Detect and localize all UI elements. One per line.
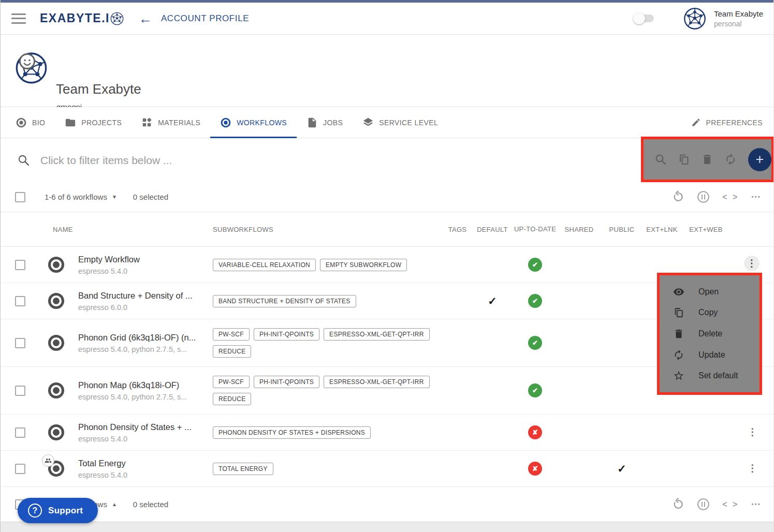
col-ext-lnk: EXT+LNK: [642, 226, 681, 233]
app-header: EXABYTE.I ← ACCOUNT PROFILE Team Exabyte…: [1, 3, 774, 35]
tab-jobs[interactable]: JOBS: [297, 107, 353, 138]
pause-icon[interactable]: [697, 190, 710, 203]
eye-icon: [673, 286, 684, 298]
tab-label: MATERIALS: [158, 119, 200, 127]
tab-materials[interactable]: MATERIALS: [132, 107, 210, 138]
col-up-to-date: UP-TO-DATE: [514, 225, 556, 233]
account-type: personal: [714, 20, 763, 28]
workflow-ring-icon: [48, 382, 64, 398]
selected-count-label: 0 selected: [133, 193, 168, 201]
account-text: Team Exabyte personal: [714, 9, 763, 28]
workflow-ring-icon: [48, 424, 64, 440]
tab-bio[interactable]: BIO: [6, 107, 55, 138]
row-checkbox[interactable]: [15, 386, 25, 396]
exabyte-logo[interactable]: EXABYTE.I: [40, 11, 124, 25]
search-icon[interactable]: [654, 153, 667, 166]
not-up-to-date-badge: ✘: [528, 425, 542, 439]
row-checkbox[interactable]: [15, 260, 25, 270]
file-icon: [306, 117, 318, 128]
copy-icon[interactable]: [678, 153, 690, 166]
row-menu-icon[interactable]: ⋮: [748, 430, 757, 435]
preferences-button[interactable]: PREFERENCES: [691, 107, 774, 138]
workflow-name: Empty Workflow: [78, 255, 207, 264]
account-profile-page: EXABYTE.I ← ACCOUNT PROFILE Team Exabyte…: [0, 0, 774, 532]
more-horizontal-icon[interactable]: •••: [751, 501, 761, 508]
tab-label: JOBS: [323, 119, 343, 127]
filter-placeholder[interactable]: Click to filter items below ...: [40, 154, 172, 167]
selected-count-label: 0 selected: [133, 500, 168, 509]
theme-toggle[interactable]: [634, 14, 654, 22]
header-right: Team Exabyte personal: [634, 7, 774, 30]
page-bottom-strip: [1, 522, 774, 532]
menu-item-open[interactable]: Open: [660, 286, 760, 298]
menu-item-label: Set default: [698, 371, 738, 380]
subworkflow-chip: ESPRESSO-XML-GET-QPT-IRR: [324, 328, 430, 341]
select-all-checkbox[interactable]: [15, 192, 25, 202]
back-arrow-icon[interactable]: ←: [139, 12, 152, 25]
public-check: ✓: [617, 463, 626, 475]
subworkflow-chip: BAND STRUCTURE + DENSITY OF STATES: [213, 295, 356, 307]
tab-label: PROJECTS: [81, 119, 122, 127]
pause-icon[interactable]: [697, 498, 710, 511]
profile-section: Team Exabyte gmogni Joined on Aug 17, 20…: [1, 35, 774, 107]
delete-icon[interactable]: [701, 153, 713, 166]
code-icon[interactable]: < >: [722, 193, 739, 202]
workflow-count-dropdown[interactable]: 1-6 of 6 workflows ▼: [45, 193, 117, 201]
code-icon[interactable]: < >: [722, 500, 739, 509]
row-checkbox[interactable]: [15, 427, 25, 438]
col-default: DEFAULT: [472, 226, 513, 233]
table-row[interactable]: Phonon Density of States + ... espresso …: [1, 415, 774, 451]
more-horizontal-icon[interactable]: •••: [751, 194, 761, 201]
logo-text: EXABYTE.I: [40, 11, 110, 25]
add-workflow-button[interactable]: +: [748, 148, 771, 171]
copy-icon: [673, 307, 684, 318]
row-checkbox[interactable]: [15, 464, 25, 474]
update-icon[interactable]: [724, 153, 737, 166]
row-menu-icon[interactable]: ⋮: [748, 466, 757, 471]
workflow-ring-icon: [48, 335, 64, 351]
support-button[interactable]: ? Support: [18, 498, 98, 523]
update-icon: [673, 349, 684, 361]
col-shared: SHARED: [557, 226, 601, 233]
profile-tabs: BIO PROJECTS MATERIALS WORKFLOWS JOBS SE…: [1, 107, 774, 138]
workflow-icon: [220, 117, 231, 128]
people-badge-icon: [42, 454, 54, 467]
default-check: ✓: [488, 295, 497, 307]
table-row[interactable]: Total Energy espresso 5.4.0 TOTAL ENERGY…: [1, 451, 774, 487]
tab-workflows[interactable]: WORKFLOWS: [210, 107, 297, 138]
highlighted-action-toolbar: +: [641, 137, 774, 182]
row-menu-button[interactable]: ⋮: [744, 256, 760, 271]
question-icon: ?: [28, 504, 42, 518]
table-header: NAME SUBWORKFLOWS TAGS DEFAULT UP-TO-DAT…: [1, 212, 774, 247]
tab-projects[interactable]: PROJECTS: [55, 107, 132, 138]
workflow-name: Band Structure + Density of ...: [78, 291, 207, 301]
tab-service-level[interactable]: SERVICE LEVEL: [353, 107, 448, 138]
subworkflow-chip: PH-INIT-QPOINTS: [254, 328, 319, 341]
profile-face-badge-icon: [19, 53, 35, 69]
caret-down-icon: ▼: [112, 194, 117, 200]
workflow-ring-icon: [48, 257, 64, 273]
menu-item-delete[interactable]: Delete: [660, 328, 760, 339]
subworkflow-chip: REDUCE: [213, 345, 251, 358]
up-to-date-badge: ✔: [528, 258, 542, 272]
toolbar-icons: < > •••: [671, 190, 774, 203]
account-avatar[interactable]: [683, 7, 706, 30]
workflow-version: espresso 5.4.0, python 2.7.5, s...: [78, 345, 207, 353]
menu-item-copy[interactable]: Copy: [660, 307, 760, 318]
subworkflow-chip: TOTAL ENERGY: [213, 463, 273, 475]
selection-toolbar-bottom: 1-6 of 6 workflows ▲ 0 selected < > •••: [1, 487, 774, 522]
workflow-ring-icon: [48, 293, 64, 309]
menu-item-update[interactable]: Update: [660, 349, 760, 361]
menu-item-set-default[interactable]: Set default: [660, 370, 760, 381]
row-checkbox[interactable]: [15, 338, 25, 348]
history-icon[interactable]: [671, 498, 684, 511]
selection-toolbar-top: 1-6 of 6 workflows ▼ 0 selected < > •••: [1, 182, 774, 212]
history-icon[interactable]: [671, 190, 684, 203]
subworkflow-chip: REDUCE: [213, 393, 251, 405]
menu-icon[interactable]: [11, 13, 26, 24]
workflow-name: Phonon Map (6k3q18i-OF): [78, 380, 207, 390]
tab-label: SERVICE LEVEL: [379, 119, 438, 127]
row-checkbox[interactable]: [15, 296, 25, 306]
col-ext-web: EXT+WEB: [681, 226, 731, 233]
col-public: PUBLIC: [601, 226, 642, 233]
